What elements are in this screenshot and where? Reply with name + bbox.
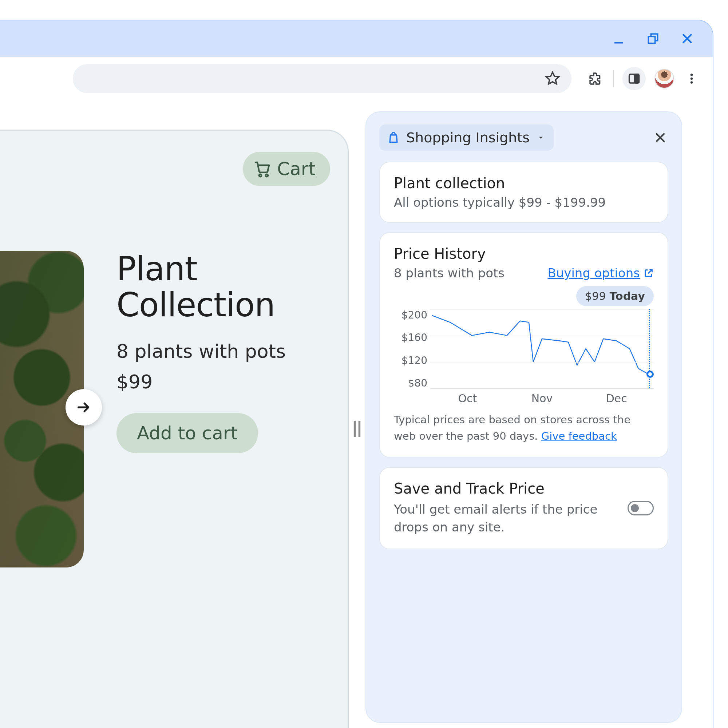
svg-rect-10 (359, 421, 361, 437)
extensions-button[interactable] (587, 70, 604, 87)
y-tick: $200 (394, 309, 427, 321)
y-tick: $120 (394, 355, 427, 367)
x-tick: Nov (505, 392, 580, 405)
window-close-button[interactable] (680, 31, 694, 46)
drag-handle-icon (353, 421, 361, 437)
close-icon (681, 32, 694, 45)
chevron-down-icon (536, 133, 546, 142)
product-subtitle: 8 plants with pots (116, 340, 348, 362)
more-menu-button[interactable] (683, 70, 700, 87)
product-price: $99 (116, 371, 348, 393)
grid-line (430, 309, 654, 310)
svg-rect-1 (648, 37, 655, 43)
insights-chip-label: Shopping Insights (406, 130, 530, 145)
cart-label: Cart (277, 158, 316, 179)
svg-point-5 (691, 78, 693, 80)
restore-icon (647, 32, 659, 45)
collection-card: Plant collection All options typically $… (379, 162, 668, 223)
star-icon (544, 70, 561, 87)
extensions-icon (588, 71, 603, 86)
collection-title: Plant collection (394, 175, 654, 191)
svg-point-8 (266, 174, 268, 177)
add-to-cart-button[interactable]: Add to cart (116, 413, 258, 453)
today-price-badge: $99 Today (576, 286, 654, 306)
side-panel-button[interactable] (622, 67, 646, 90)
y-tick: $160 (394, 332, 427, 344)
svg-point-7 (259, 174, 262, 177)
svg-point-4 (691, 73, 693, 76)
price-history-title: Price History (394, 245, 654, 262)
x-tick: Oct (430, 392, 505, 405)
x-tick: Dec (579, 392, 654, 405)
arrow-right-icon (76, 399, 92, 415)
address-bar[interactable] (73, 64, 572, 93)
window-restore-button[interactable] (646, 31, 660, 46)
panel-resize-handle[interactable] (349, 101, 366, 728)
svg-rect-3 (635, 74, 639, 83)
buying-options-label: Buying options (548, 266, 640, 280)
product-card: Cart Plant Collection 8 plants with pots… (0, 130, 349, 728)
price-history-subtitle: 8 plants with pots (394, 266, 505, 280)
profile-avatar[interactable] (655, 69, 674, 89)
cart-icon (254, 160, 271, 177)
svg-point-6 (691, 81, 693, 84)
track-price-title: Save and Track Price (394, 480, 616, 497)
today-price-label: Today (610, 290, 645, 303)
price-history-chart: $200$160$120$80 OctNovDec (394, 309, 654, 404)
insights-close-button[interactable] (652, 130, 668, 145)
grid-line (430, 336, 654, 336)
browser-window: Cart Plant Collection 8 plants with pots… (0, 20, 713, 728)
price-line (430, 309, 654, 388)
close-icon (654, 132, 667, 144)
y-tick: $80 (394, 377, 427, 389)
carousel-next-button[interactable] (66, 389, 102, 425)
minimize-icon (612, 32, 626, 45)
svg-rect-0 (615, 42, 623, 44)
external-link-icon (644, 268, 654, 278)
cart-button[interactable]: Cart (243, 152, 330, 186)
price-history-footnote: Typical prices are based on stores acros… (394, 412, 654, 444)
bookmark-star-button[interactable] (544, 70, 561, 87)
window-minimize-button[interactable] (612, 31, 626, 46)
more-icon (685, 72, 698, 85)
track-price-toggle[interactable] (627, 501, 654, 515)
browser-toolbar (0, 57, 713, 101)
grid-line (430, 362, 654, 362)
shopping-insights-panel: Shopping Insights Plant collection All o… (366, 112, 682, 723)
product-column: Cart Plant Collection 8 plants with pots… (0, 101, 349, 728)
insights-chip[interactable]: Shopping Insights (379, 124, 554, 151)
shopping-bag-icon (387, 132, 400, 144)
window-titlebar (0, 20, 713, 57)
track-price-desc: You'll get email alerts if the price dro… (394, 500, 616, 537)
product-image-carousel (0, 251, 84, 567)
svg-rect-9 (354, 421, 356, 437)
today-price-value: $99 (585, 290, 606, 303)
toolbar-divider (613, 70, 614, 87)
price-history-card: Price History 8 plants with pots Buying … (379, 232, 668, 457)
buying-options-link[interactable]: Buying options (548, 266, 654, 280)
side-panel-icon (627, 72, 641, 85)
page-content: Cart Plant Collection 8 plants with pots… (0, 101, 713, 728)
toggle-knob (631, 504, 639, 512)
collection-range: All options typically $99 - $199.99 (394, 195, 654, 210)
product-title: Plant Collection (116, 251, 348, 323)
give-feedback-link[interactable]: Give feedback (541, 430, 617, 442)
track-price-card: Save and Track Price You'll get email al… (379, 467, 668, 550)
